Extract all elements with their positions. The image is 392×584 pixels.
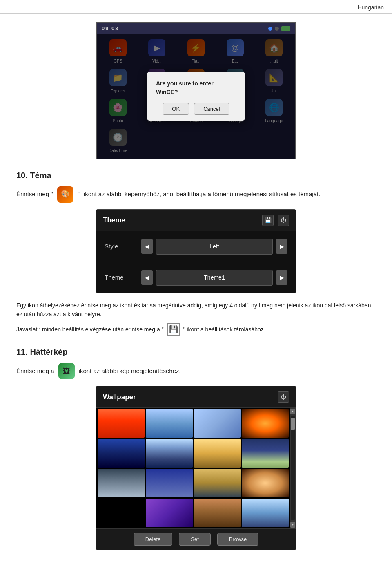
section10-number: 10.	[16, 171, 28, 180]
wallpaper-inline-icon: 🖼	[58, 363, 75, 379]
dialog-ok-button[interactable]: OK	[163, 103, 189, 115]
page-content: 09 03 🚗 GPS ▶ Vid...	[0, 22, 392, 562]
dialog-buttons: OK Cancel	[156, 103, 236, 115]
scroll-track	[291, 416, 295, 520]
page-header: Hungarian	[0, 0, 392, 14]
section11-number: 11.	[16, 347, 28, 356]
javaslat-suffix: " ikont a beállítások tárolásához.	[183, 325, 265, 334]
style-selector: ◀ Left ▶	[141, 239, 287, 255]
scroll-up-button[interactable]: ▲	[290, 409, 295, 414]
status-dot-blue	[268, 27, 272, 31]
intro-body: ikont az alábbi képernyőhöz, ahol beállí…	[84, 190, 321, 199]
theme-selector: ◀ Theme1 ▶	[141, 270, 287, 286]
wallpaper-thumb-4[interactable]	[242, 409, 289, 438]
wallpaper-panel-header: Wallpaper ⏻	[96, 386, 296, 408]
wallpaper-power-icon: ⏻	[281, 393, 286, 401]
theme-panel-title: Theme	[103, 215, 125, 226]
wallpaper-panel-icons: ⏻	[278, 391, 289, 403]
wallpaper-thumb-6[interactable]	[146, 439, 193, 468]
status-icons	[268, 26, 290, 31]
wallpaper-thumb-11[interactable]	[194, 469, 241, 497]
wallpaper-thumb-2[interactable]	[146, 409, 193, 438]
app-grid-wrapper: 🚗 GPS ▶ Vid... ⚡ Fla... @ E...	[97, 34, 295, 159]
section11-intro: Érintse meg a 🖼 ikont az alábbi kép megj…	[16, 363, 376, 379]
wallpaper-thumb-9[interactable]	[98, 469, 145, 497]
section10-intro: Érintse meg " 🎨 " ikont az alábbi képern…	[16, 186, 376, 203]
style-label: Style	[105, 242, 141, 251]
theme-panel: Theme 💾 ⏻ Style ◀ Left ▶ Theme ◀	[96, 209, 296, 293]
dialog-cancel-button[interactable]: Cancel	[194, 103, 229, 115]
style-value: Left	[156, 239, 273, 255]
dialog-overlay: Are you sure to enter WinCE? OK Cancel	[97, 34, 295, 159]
scroll-thumb	[291, 418, 295, 430]
wallpaper-thumb-8[interactable]	[242, 439, 289, 468]
status-dot-gray	[275, 27, 279, 31]
dialog-title: Are you sure to enter WinCE?	[156, 79, 236, 96]
section11-title: 11. Háttérkép	[16, 346, 376, 358]
screen-time: 09 03	[102, 25, 119, 33]
wallpaper-thumb-3[interactable]	[194, 409, 241, 438]
theme-save-button[interactable]: 💾	[262, 215, 274, 226]
style-next-button[interactable]: ▶	[276, 239, 287, 254]
section10-heading: Téma	[30, 171, 51, 180]
save-icon: 💾	[265, 216, 272, 224]
wallpaper-thumb-10[interactable]	[146, 469, 193, 497]
section10-paragraph: Egy ikon áthelyezéséhez érintse meg az i…	[16, 301, 376, 319]
wallpaper-thumb-5[interactable]	[98, 439, 145, 468]
language-label: Hungarian	[357, 4, 384, 11]
screen-statusbar: 09 03	[97, 23, 295, 34]
wallpaper-scrollbar: ▲ ▼	[290, 408, 296, 528]
wallpaper-grid-wrapper: ▲ ▼	[96, 408, 296, 528]
wallpaper-thumb-7[interactable]	[194, 439, 241, 468]
scroll-down-button[interactable]: ▼	[290, 522, 295, 528]
wallpaper-footer: Delete Set Browse	[96, 528, 296, 550]
javaslat-save-icon: 💾	[167, 323, 180, 336]
style-prev-button[interactable]: ◀	[141, 239, 153, 254]
wallpaper-panel: Wallpaper ⏻	[96, 386, 296, 550]
theme-theme-row: Theme ◀ Theme1 ▶	[96, 262, 296, 293]
wince-screenshot-container: 09 03 🚗 GPS ▶ Vid...	[16, 22, 376, 159]
wallpaper-thumb-12[interactable]	[242, 469, 289, 497]
theme-prev-button[interactable]: ◀	[141, 270, 153, 285]
theme-value: Theme1	[156, 270, 273, 286]
device-screen: 09 03 🚗 GPS ▶ Vid...	[96, 22, 296, 159]
wallpaper-browse-button[interactable]: Browse	[217, 533, 258, 546]
wallpaper-grid	[96, 408, 290, 528]
wince-dialog: Are you sure to enter WinCE? OK Cancel	[147, 72, 245, 121]
wallpaper-thumb-14[interactable]	[194, 499, 241, 527]
section10-title: 10. Téma	[16, 169, 376, 181]
intro-prefix: Érintse meg "	[16, 190, 53, 199]
theme-next-button[interactable]: ▶	[276, 270, 287, 285]
wallpaper-power-button[interactable]: ⏻	[278, 391, 289, 403]
theme-panel-header: Theme 💾 ⏻	[96, 210, 296, 231]
section11-heading: Háttérkép	[30, 347, 67, 356]
theme-panel-icons: 💾 ⏻	[262, 215, 289, 226]
section11-intro-suffix: ikont az alábbi kép megjelenítéséhez.	[79, 367, 181, 376]
javaslat-prefix: Javaslat : minden beállítás elvégzése ut…	[16, 325, 164, 334]
battery-icon	[281, 26, 290, 31]
wallpaper-thumb-15[interactable]	[242, 499, 289, 527]
theme-label: Theme	[105, 273, 141, 282]
intro-suffix-text: "	[78, 190, 80, 199]
section11-intro-prefix: Érintse meg a	[16, 367, 54, 376]
theme-power-button[interactable]: ⏻	[278, 215, 289, 226]
wallpaper-thumb-1[interactable]	[98, 409, 145, 438]
theme-inline-icon: 🎨	[57, 186, 74, 203]
power-icon: ⏻	[281, 216, 286, 224]
wallpaper-thumb-13[interactable]	[146, 499, 193, 527]
theme-style-row: Style ◀ Left ▶	[96, 231, 296, 262]
wallpaper-panel-title: Wallpaper	[103, 392, 136, 403]
save-icon-symbol: 💾	[169, 324, 178, 335]
wallpaper-delete-button[interactable]: Delete	[134, 533, 173, 546]
wallpaper-set-button[interactable]: Set	[179, 533, 211, 546]
javaslat-line: Javaslat : minden beállítás elvégzése ut…	[16, 323, 376, 336]
